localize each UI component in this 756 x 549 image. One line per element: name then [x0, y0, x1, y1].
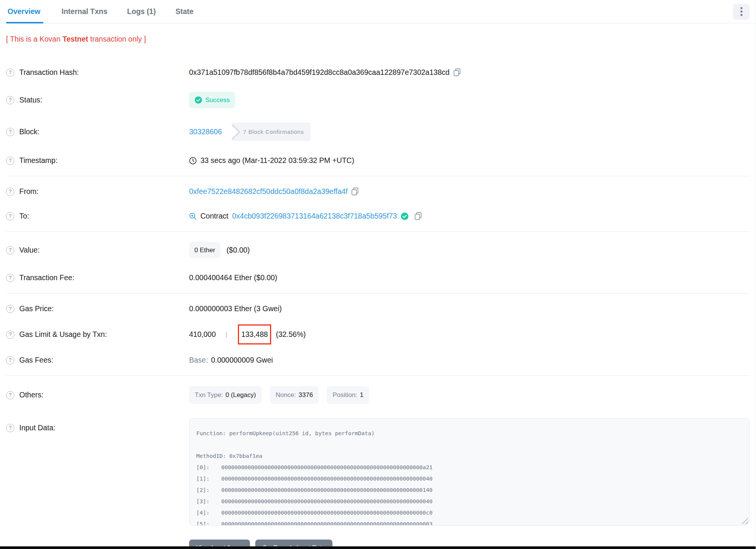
help-icon [6, 68, 14, 77]
help-icon [6, 391, 14, 399]
row-gas-limit-usage: Gas Limit & Usage by Txn: 410,000 | 133,… [6, 321, 750, 348]
input-data-textarea[interactable]: Function: performUpkeep(uint256 id, byte… [189, 418, 750, 526]
gas-price-value: 0.000000003 Ether (3 Gwei) [189, 304, 282, 314]
notice-suffix: transaction only ] [88, 35, 146, 43]
testnet-notice: [ This is a Kovan Testnet transaction on… [6, 35, 750, 43]
word-index: [3]: [196, 496, 221, 507]
tab-internal-txns[interactable]: Internal Txns [52, 0, 117, 23]
kebab-icon [740, 7, 742, 16]
word-index: [2]: [196, 484, 221, 496]
copy-to-address-button[interactable] [414, 212, 422, 220]
row-status: Status: Success [6, 85, 750, 115]
transaction-hash-value: 0x371a51097fb78df856f8b4a7bd459f192d8cc8… [189, 67, 450, 78]
window-bottom-edge [0, 546, 756, 549]
row-label: Value: [19, 245, 40, 255]
badge-key: Nonce: [276, 390, 296, 400]
row-transaction-hash: Transaction Hash: 0x371a51097fb78df856f8… [6, 60, 750, 85]
word-index: [0]: [196, 462, 221, 473]
gas-used-pct: (32.56%) [276, 329, 306, 340]
clock-icon [189, 157, 197, 164]
row-label: Transaction Fee: [19, 273, 75, 283]
tab-bar: Overview Internal Txns Logs (1) State [0, 0, 756, 23]
help-icon [6, 128, 14, 136]
copy-icon [414, 212, 422, 220]
search-plus-icon [189, 212, 197, 220]
timestamp-value: 33 secs ago (Mar-11-2022 03:59:32 PM +UT… [200, 155, 354, 166]
word-index: [1]: [196, 473, 221, 484]
badge-value: 3376 [299, 390, 313, 400]
badge-value: 0 (Legacy) [225, 390, 256, 400]
help-icon [6, 305, 14, 313]
block-confirmations-badge: 7 Block Confirmations [232, 123, 311, 141]
check-circle-icon [195, 96, 202, 104]
row-gas-price: Gas Price: 0.000000003 Ether (3 Gwei) [6, 296, 750, 321]
word-hex: 0000000000000000000000000000000000000000… [221, 507, 433, 518]
group-hash-status-block-time: Transaction Hash: 0x371a51097fb78df856f8… [6, 57, 750, 176]
row-label: From: [19, 186, 39, 197]
gas-limit-value: 410,000 [189, 329, 216, 340]
tab-state[interactable]: State [166, 0, 203, 23]
from-address-link[interactable]: 0xfee7522e8482682cf50ddc50a0f8da2a39effa… [189, 186, 348, 197]
row-label: Block: [19, 127, 39, 137]
status-badge: Success [189, 92, 235, 108]
word-hex: 0000000000000000000000000000000000000000… [221, 484, 433, 496]
to-address-link[interactable]: 0x4cb093f226983713164a62138c3f718a5b595f… [232, 211, 397, 221]
help-icon [6, 424, 14, 432]
notice-bold: Testnet [62, 35, 88, 43]
word-hex: 0000000000000000000000000000000000000000… [221, 518, 433, 526]
help-icon [6, 246, 14, 254]
row-label: Gas Fees: [19, 355, 53, 365]
tab-overview[interactable]: Overview [6, 0, 52, 23]
input-word-row: [3]:000000000000000000000000000000000000… [196, 496, 742, 507]
resize-handle[interactable] [742, 518, 748, 524]
value-ether-badge: 0 Ether [189, 242, 220, 258]
badge-key: Position: [332, 390, 357, 400]
group-from-to: From: 0xfee7522e8482682cf50ddc50a0f8da2a… [6, 176, 750, 232]
verified-check-icon [401, 212, 408, 220]
row-label: To: [19, 211, 29, 221]
group-value-fee: Value: 0 Ether ($0.00) Transaction Fee: … [6, 232, 750, 293]
row-label: Timestamp: [19, 155, 57, 166]
badge-key: Txn Type: [195, 390, 223, 400]
row-label: Gas Limit & Usage by Txn: [19, 329, 107, 340]
word-hex: 0000000000000000000000000000000000000000… [221, 462, 433, 473]
help-icon [6, 330, 14, 339]
tab-logs[interactable]: Logs (1) [117, 0, 166, 23]
help-icon [6, 212, 14, 220]
word-hex: 0000000000000000000000000000000000000000… [221, 473, 433, 484]
help-icon [6, 274, 14, 282]
row-label: Gas Price: [19, 304, 54, 314]
nonce-badge: Nonce: 3376 [270, 386, 319, 404]
row-label: Input Data: [19, 423, 55, 433]
copy-from-address-button[interactable] [351, 188, 359, 195]
input-word-row: [1]:000000000000000000000000000000000000… [196, 473, 742, 484]
row-value: Value: 0 Ether ($0.00) [6, 235, 750, 265]
transaction-overview-page: Overview Internal Txns Logs (1) State [ … [0, 0, 756, 549]
position-badge: Position: 1 [327, 386, 369, 404]
help-icon [6, 188, 14, 196]
base-fee-value: 0.000000009 Gwei [211, 355, 273, 365]
status-text: Success [205, 95, 230, 105]
row-block: Block: 30328606 7 Block Confirmations [6, 115, 750, 148]
contract-preview-button[interactable] [189, 212, 197, 220]
block-number-link[interactable]: 30328606 [189, 127, 222, 137]
gas-used-highlight: 133,488 [238, 324, 272, 344]
to-contract-label: Contract [200, 211, 228, 221]
copy-txhash-button[interactable] [453, 68, 461, 76]
input-word-row: [5]:000000000000000000000000000000000000… [196, 518, 742, 526]
base-fee-label: Base: [189, 355, 208, 365]
row-to: To: Contract 0x4cb093f226983713164a62138… [6, 204, 750, 228]
row-label: Status: [19, 95, 42, 105]
help-icon [6, 356, 14, 364]
row-gas-fees: Gas Fees: Base: 0.000000009 Gwei [6, 348, 750, 372]
copy-icon [351, 188, 359, 195]
input-word-row: [2]:000000000000000000000000000000000000… [196, 484, 742, 496]
row-transaction-fee: Transaction Fee: 0.000400464 Ether ($0.0… [6, 265, 750, 290]
help-icon [6, 96, 14, 104]
word-hex: 0000000000000000000000000000000000000000… [221, 496, 433, 507]
transaction-fee-value: 0.000400464 Ether ($0.00) [189, 273, 277, 283]
help-icon [6, 157, 14, 165]
input-word-row: [0]:000000000000000000000000000000000000… [196, 462, 742, 473]
more-options-button[interactable] [733, 4, 750, 20]
word-index: [4]: [196, 507, 221, 518]
